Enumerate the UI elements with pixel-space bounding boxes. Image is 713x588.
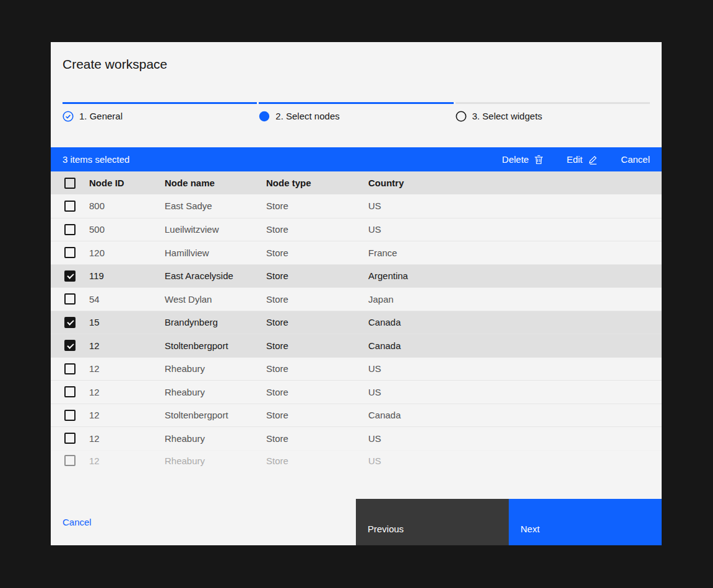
cell-node-type: Store: [266, 456, 368, 466]
cell-node-type: Store: [266, 270, 368, 281]
cell-country: Canada: [368, 317, 662, 327]
row-checkbox-cell: [51, 270, 89, 282]
batch-actions: Delete Edit: [502, 154, 650, 165]
table-row[interactable]: 500LueilwitzviewStoreUS: [51, 218, 662, 241]
table-row[interactable]: 120HamillviewStoreFrance: [51, 241, 662, 264]
select-all-checkbox[interactable]: [64, 178, 76, 189]
row-checkbox-cell: [51, 340, 89, 351]
cell-node-name: Rheabury: [165, 433, 266, 444]
cell-node-type: Store: [266, 201, 368, 211]
row-checkbox[interactable]: [64, 317, 76, 328]
row-checkbox[interactable]: [64, 410, 76, 421]
batch-cancel-button[interactable]: Cancel: [621, 154, 650, 165]
row-checkbox-cell: [51, 386, 89, 397]
row-checkbox[interactable]: [64, 455, 76, 466]
row-checkbox[interactable]: [64, 270, 76, 282]
cell-node-type: Store: [266, 363, 368, 374]
cell-node-id: 12: [89, 410, 165, 420]
table-header-row: Node ID Node name Node type Country: [51, 171, 662, 194]
row-checkbox-cell: [51, 363, 89, 374]
row-checkbox[interactable]: [64, 433, 76, 444]
cell-node-name: Stoltenbergport: [165, 410, 266, 420]
table-row[interactable]: 12RheaburyStoreUS: [51, 450, 662, 471]
cell-node-id: 800: [89, 201, 165, 211]
table-row[interactable]: 800East SadyeStoreUS: [51, 194, 662, 218]
cell-node-type: Store: [266, 317, 368, 327]
row-checkbox-cell: [51, 455, 89, 466]
modal-footer: Cancel Previous Next: [51, 499, 662, 545]
step-label: 1. General: [79, 110, 123, 122]
cell-country: Japan: [368, 294, 662, 305]
cell-node-name: Rheabury: [165, 387, 266, 397]
trash-can-icon: [534, 155, 543, 165]
cell-node-type: Store: [266, 224, 368, 235]
table-row[interactable]: 54West DylanStoreJapan: [51, 287, 662, 311]
row-checkbox[interactable]: [64, 363, 76, 374]
table-row[interactable]: 12StoltenbergportStoreCanada: [51, 404, 662, 427]
cell-node-id: 12: [89, 363, 165, 374]
table-row[interactable]: 15BrandynbergStoreCanada: [51, 311, 662, 334]
cell-node-id: 12: [89, 387, 165, 397]
column-header-node-type: Node type: [266, 178, 368, 188]
footer-cancel-link[interactable]: Cancel: [63, 517, 92, 527]
cell-country: US: [368, 363, 662, 374]
row-checkbox-cell: [51, 224, 89, 235]
delete-button[interactable]: Delete: [502, 154, 543, 165]
row-checkbox-cell: [51, 317, 89, 328]
batch-cancel-label: Cancel: [621, 154, 650, 165]
cell-node-type: Store: [266, 433, 368, 444]
cell-country: US: [368, 201, 662, 211]
row-checkbox[interactable]: [64, 201, 76, 212]
row-checkbox-cell: [51, 410, 89, 421]
create-workspace-modal: Create workspace 1. General 2. Select no…: [51, 42, 662, 545]
step-incomplete-icon: [456, 111, 467, 122]
cell-node-id: 120: [89, 248, 165, 258]
cell-node-name: Rheabury: [165, 363, 266, 374]
table-row[interactable]: 12StoltenbergportStoreCanada: [51, 334, 662, 357]
progress-step-general[interactable]: 1. General: [63, 102, 257, 122]
row-checkbox[interactable]: [64, 224, 76, 235]
row-checkbox-cell: [51, 247, 89, 258]
cell-node-name: East Sadye: [165, 201, 266, 211]
cell-country: US: [368, 456, 662, 466]
table-row[interactable]: 12RheaburyStoreUS: [51, 426, 662, 450]
edit-pencil-icon: [588, 155, 598, 165]
next-button[interactable]: Next: [509, 499, 662, 545]
cell-node-id: 500: [89, 224, 165, 235]
row-checkbox[interactable]: [64, 293, 76, 305]
cell-node-type: Store: [266, 387, 368, 397]
cell-node-name: Rheabury: [165, 456, 266, 466]
cell-node-name: East Aracelyside: [165, 270, 266, 281]
progress-step-select-widgets[interactable]: 3. Select widgets: [456, 102, 650, 122]
modal-header: Create workspace: [51, 42, 662, 72]
footer-buttons: Previous Next: [356, 499, 662, 545]
edit-button[interactable]: Edit: [566, 154, 598, 165]
cell-country: France: [368, 248, 662, 258]
cell-node-name: Stoltenbergport: [165, 340, 266, 351]
row-checkbox-cell: [51, 293, 89, 305]
cell-country: US: [368, 387, 662, 397]
row-checkbox[interactable]: [64, 386, 76, 397]
table-body: 800East SadyeStoreUS500LueilwitzviewStor…: [51, 194, 662, 471]
cell-node-name: West Dylan: [165, 294, 266, 305]
cell-node-id: 119: [89, 270, 165, 281]
step-complete-icon: [63, 111, 74, 122]
progress-step-select-nodes[interactable]: 2. Select nodes: [259, 102, 453, 122]
previous-button[interactable]: Previous: [356, 499, 509, 545]
cell-node-id: 12: [89, 456, 165, 466]
table-row[interactable]: 12RheaburyStoreUS: [51, 380, 662, 404]
table-row[interactable]: 12RheaburyStoreUS: [51, 357, 662, 381]
row-checkbox[interactable]: [64, 247, 76, 258]
table-row[interactable]: 119East AracelysideStoreArgentina: [51, 264, 662, 288]
batch-selected-count: 3 items selected: [63, 154, 129, 165]
step-current-icon: [259, 111, 270, 122]
cell-node-name: Lueilwitzview: [165, 224, 266, 235]
cell-node-id: 54: [89, 294, 165, 305]
cell-node-type: Store: [266, 248, 368, 258]
modal-title: Create workspace: [63, 56, 650, 72]
row-checkbox-cell: [51, 433, 89, 444]
cell-node-type: Store: [266, 294, 368, 305]
row-checkbox[interactable]: [64, 340, 76, 351]
column-header-country: Country: [368, 178, 662, 188]
batch-action-bar: 3 items selected Delete Edit: [51, 147, 662, 171]
